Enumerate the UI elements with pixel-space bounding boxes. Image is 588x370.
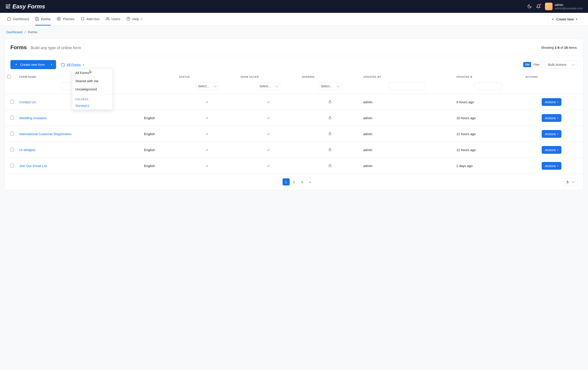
form-name-link[interactable]: Wedding Invitation	[19, 116, 47, 120]
page-1[interactable]: 1	[283, 178, 290, 185]
svg-point-1	[58, 18, 59, 20]
dropdown-item-shared[interactable]: Shared with me	[72, 77, 113, 85]
row-checkbox[interactable]	[10, 116, 14, 119]
form-name-link[interactable]: International Customer Registration	[19, 132, 72, 136]
filter-updated-input[interactable]	[475, 82, 502, 90]
page-subtitle: Build any type of online form	[31, 46, 81, 50]
table-row: Join Our Email List English ✓ ✓ admin 2 …	[5, 158, 583, 174]
breadcrumb-root[interactable]: Dashboard	[6, 30, 22, 34]
moon-icon	[527, 4, 532, 9]
row-actions-button[interactable]: Actions ▾	[542, 130, 561, 138]
sort-desc-icon: ⇅	[470, 76, 472, 78]
chevron-down-icon: ▾	[557, 101, 558, 103]
dropdown-folder-surveys1[interactable]: Surveys1	[72, 102, 113, 110]
create-form-button[interactable]: ＋ Create new form ▾	[10, 60, 56, 69]
svg-rect-7	[329, 149, 331, 151]
form-name-link[interactable]: UI Widgets	[19, 148, 35, 152]
app-logo[interactable]: Easy Forms	[5, 3, 45, 10]
row-language: English	[141, 142, 176, 158]
col-status[interactable]: STATUS	[176, 71, 238, 81]
col-sharing[interactable]: SHARING	[299, 71, 361, 81]
user-name: admin	[555, 3, 583, 7]
create-new-button[interactable]: ＋ Create New ▾	[547, 15, 581, 23]
col-language[interactable]	[141, 71, 176, 81]
lock-icon	[328, 132, 332, 135]
chevron-down-icon: ▾	[557, 165, 558, 167]
chevron-down-icon: ▾	[557, 117, 558, 119]
notification-dot	[539, 4, 541, 5]
lock-icon	[328, 164, 332, 167]
filter-sharing-select[interactable]: Select...	[318, 82, 342, 90]
row-language: English	[141, 110, 176, 126]
col-spam[interactable]: SPAM FILTER	[238, 71, 299, 81]
check-icon: ✓	[205, 148, 209, 152]
page-2[interactable]: 2	[291, 178, 298, 185]
plus-icon: ＋	[551, 17, 555, 21]
form-name-link[interactable]: Contact Us	[19, 100, 36, 104]
nav-forms[interactable]: Forms	[35, 13, 51, 25]
page-next[interactable]: »	[306, 178, 314, 185]
row-actions-button[interactable]: Actions ▾	[542, 146, 561, 154]
row-actions-button[interactable]: Actions ▾	[542, 114, 561, 122]
row-updated: 10 hours ago	[454, 110, 523, 126]
svg-point-0	[57, 17, 60, 21]
app-header: Easy Forms admin admin@example.com	[0, 0, 588, 13]
col-updated-by[interactable]: UPDATED BY	[361, 71, 454, 81]
lock-icon	[328, 100, 332, 103]
col-updated[interactable]: UPDATED⇅	[454, 71, 523, 81]
dropdown-folders-header: FOLDERS	[72, 95, 113, 102]
row-updated: 12 hours ago	[454, 142, 523, 158]
dropdown-item-uncategorized[interactable]: Uncategorized	[72, 85, 113, 93]
table-row: International Customer Registration Engl…	[5, 126, 583, 142]
chevron-down-icon: ▾	[557, 133, 558, 135]
chevron-down-icon: ▾	[83, 63, 84, 66]
folder-icon	[61, 63, 65, 67]
form-name-link[interactable]: Join Our Email List	[19, 164, 47, 168]
per-page-select[interactable]: 5	[563, 178, 578, 186]
nav-help[interactable]: Help ▾	[126, 13, 142, 25]
svg-rect-5	[329, 117, 331, 119]
brand-text: Easy Forms	[12, 3, 45, 10]
row-updated-by: admin	[361, 110, 454, 126]
select-all-checkbox[interactable]	[7, 75, 11, 78]
folder-selector[interactable]: All Forms ▾	[61, 63, 84, 67]
row-checkbox[interactable]	[10, 132, 14, 135]
row-updated: 2 days ago	[454, 158, 523, 174]
check-icon: ✓	[267, 148, 270, 152]
row-actions-button[interactable]: Actions ▾	[542, 98, 561, 106]
dropdown-item-all[interactable]: All Forms	[72, 69, 113, 77]
row-checkbox[interactable]	[10, 100, 14, 103]
row-actions-button[interactable]: Actions ▾	[542, 162, 561, 170]
row-language: English	[141, 158, 176, 174]
row-checkbox[interactable]	[10, 164, 14, 167]
nav-addons[interactable]: Add-Ons	[81, 13, 100, 25]
page-3[interactable]: 3	[299, 178, 306, 185]
bulk-actions-button[interactable]: Bulk Actions	[545, 61, 578, 69]
check-icon: ✓	[205, 100, 209, 104]
check-icon: ✓	[205, 164, 209, 168]
check-icon: ✓	[267, 100, 270, 104]
nav-users[interactable]: Users	[106, 13, 120, 25]
row-updated-by: admin	[361, 158, 454, 174]
filter-updated-by-input[interactable]	[388, 82, 426, 90]
notifications-button[interactable]	[536, 4, 541, 9]
row-updated-by: admin	[361, 126, 454, 142]
filter-status-select[interactable]: Select...	[196, 82, 219, 90]
filter-spam-select[interactable]: Select...	[257, 82, 280, 90]
check-icon: ✓	[267, 132, 270, 136]
chevron-down-icon: ▾	[141, 18, 142, 20]
users-icon	[106, 17, 110, 21]
pagination: « 1 2 3 »	[275, 178, 314, 185]
row-updated: 9 hours ago	[454, 94, 523, 110]
user-menu[interactable]: admin admin@example.com	[545, 3, 583, 10]
help-icon	[126, 17, 130, 21]
nav-dashboard[interactable]: Dashboard	[7, 13, 29, 25]
nav-themes[interactable]: Themes	[57, 13, 74, 25]
dark-mode-toggle[interactable]	[527, 4, 532, 9]
filter-toggle[interactable]: ON Filter	[523, 62, 542, 67]
chevron-down-icon: ▾	[576, 18, 577, 21]
row-checkbox[interactable]	[10, 148, 14, 151]
chevron-down-icon: ▾	[51, 63, 52, 66]
chevron-down-icon: ▾	[557, 149, 558, 151]
check-icon: ✓	[267, 164, 270, 168]
